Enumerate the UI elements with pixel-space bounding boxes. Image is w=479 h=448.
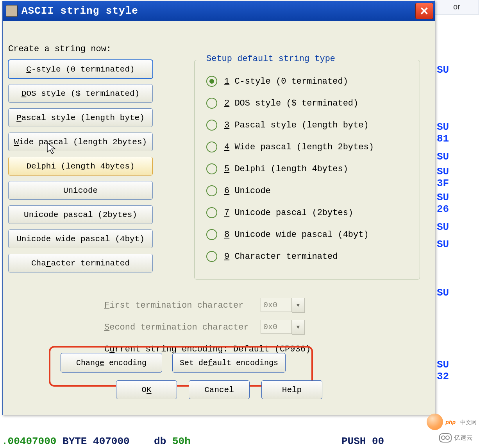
radio-icon: [206, 76, 217, 87]
disassembly-line: .00407000 BYTE 407000 db 50h PUSH 00: [2, 435, 337, 447]
style-button-3[interactable]: Wide pascal (length 2bytes): [8, 133, 153, 151]
partial-tab: or: [434, 0, 479, 14]
titlebar[interactable]: ASCII string style ✕: [3, 1, 435, 21]
style-button-2[interactable]: Pascal style (length byte): [8, 108, 153, 127]
termination-area: First termination character ▼ Second ter…: [104, 294, 311, 360]
help-button[interactable]: Help: [261, 380, 322, 399]
radio-label: 9 Character terminated: [224, 252, 338, 262]
second-term-input: [261, 320, 292, 334]
radio-option-1[interactable]: 1 C-style (0 terminated): [206, 76, 374, 87]
style-button-list: C-style (0 terminated)DOS style ($ termi…: [8, 60, 153, 272]
radio-option-5[interactable]: 5 Delphi (length 4bytes): [206, 163, 374, 174]
button-label: DOS style ($ terminated): [21, 89, 139, 98]
second-term-combo: ▼: [261, 320, 305, 335]
radio-option-6[interactable]: 6 Unicode: [206, 185, 374, 196]
app-icon: [6, 5, 18, 17]
style-button-7[interactable]: Unicode wide pascal (4byt): [8, 229, 153, 248]
button-label: Pascal style (length byte): [16, 113, 145, 122]
radio-label: 2 DOS style ($ terminated): [224, 99, 358, 108]
radio-label: 8 Unicode wide pascal (4byt): [224, 230, 369, 240]
style-button-0[interactable]: C-style (0 terminated): [8, 60, 153, 79]
group-title: Setup default string type: [203, 54, 338, 64]
radio-icon: [206, 207, 217, 218]
style-button-1[interactable]: DOS style ($ terminated): [8, 84, 153, 103]
radio-list: 1 C-style (0 terminated)2 DOS style ($ t…: [206, 76, 374, 262]
button-label: Unicode: [63, 186, 98, 195]
set-default-encodings-button[interactable]: Set default encodings: [172, 353, 286, 373]
radio-option-7[interactable]: 7 Unicode pascal (2bytes): [206, 207, 374, 218]
dialog-title: ASCII string style: [21, 5, 415, 17]
ok-button[interactable]: OK: [116, 380, 177, 399]
watermark-secondary: 亿速云: [439, 433, 473, 443]
button-label: C-style (0 terminated): [26, 65, 134, 74]
chevron-down-icon: ▼: [292, 320, 305, 335]
button-label: Delphi (length 4bytes): [26, 162, 134, 171]
watermark: php 中文网: [427, 414, 477, 430]
style-button-8[interactable]: Character terminated: [8, 254, 153, 272]
button-label: Unicode pascal (2bytes): [24, 210, 137, 219]
radio-option-9[interactable]: 9 Character terminated: [206, 251, 374, 262]
default-string-type-group: Setup default string type 1 C-style (0 t…: [194, 60, 420, 280]
first-term-input: [261, 298, 292, 312]
radio-option-8[interactable]: 8 Unicode wide pascal (4byt): [206, 229, 374, 240]
radio-icon: [206, 142, 217, 152]
radio-label: 6 Unicode: [224, 186, 271, 196]
radio-label: 5 Delphi (length 4bytes): [224, 164, 348, 174]
close-icon: ✕: [420, 5, 429, 18]
radio-option-4[interactable]: 4 Wide pascal (length 2bytes): [206, 142, 374, 152]
radio-icon: [206, 185, 217, 196]
second-term-label: Second termination character: [104, 323, 261, 332]
style-button-6[interactable]: Unicode pascal (2bytes): [8, 205, 153, 224]
radio-icon: [206, 120, 217, 131]
current-encoding-label: Current string encoding: Default (CP936): [104, 344, 311, 354]
chevron-down-icon: ▼: [292, 298, 305, 313]
radio-icon: [206, 251, 217, 262]
radio-label: 3 Pascal style (length byte): [224, 120, 369, 130]
radio-label: 1 C-style (0 terminated): [224, 77, 348, 86]
radio-option-2[interactable]: 2 DOS style ($ terminated): [206, 98, 374, 109]
button-label: Character terminated: [31, 259, 130, 268]
radio-label: 7 Unicode pascal (2bytes): [224, 208, 353, 218]
button-label: Wide pascal (length 2bytes): [14, 138, 147, 147]
style-button-4[interactable]: Delphi (length 4bytes): [8, 157, 153, 176]
radio-option-3[interactable]: 3 Pascal style (length byte): [206, 120, 374, 131]
radio-icon: [206, 229, 217, 240]
radio-label: 4 Wide pascal (length 2bytes): [224, 142, 374, 152]
radio-icon: [206, 163, 217, 174]
first-term-label: First termination character: [104, 301, 261, 310]
radio-icon: [206, 98, 217, 109]
change-encoding-button[interactable]: Change encoding: [61, 353, 162, 373]
prompt-label: Create a string now:: [8, 44, 111, 54]
ascii-string-style-dialog: ASCII string style ✕ Create a string now…: [2, 1, 435, 415]
button-label: Unicode wide pascal (4byt): [16, 235, 145, 244]
close-button[interactable]: ✕: [415, 3, 433, 19]
style-button-5[interactable]: Unicode: [8, 181, 153, 200]
first-term-combo: ▼: [261, 298, 305, 313]
cancel-button[interactable]: Cancel: [189, 380, 250, 399]
